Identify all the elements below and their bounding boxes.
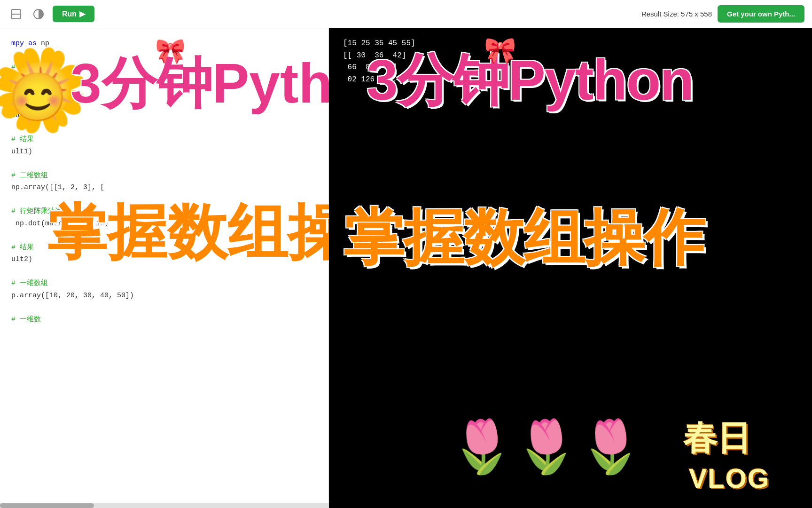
shape-icon[interactable] [8,6,24,23]
run-button[interactable]: Run ▶ [53,6,94,22]
code-line: # 行加 [11,98,317,110]
sub-title: 掌握数组操作 [343,207,812,268]
main-title: 3分钟Python [367,52,812,108]
bow-decoration: 🎀 [484,35,516,67]
run-arrow: ▶ [79,9,85,18]
get-own-button[interactable]: Get your own Pyth... [718,5,804,23]
code-scrollbar[interactable] [0,503,328,508]
tulip-decoration: 🌷🌷🌷 [450,416,643,480]
spring-text: 春日 [683,416,751,461]
sub-title-text: 掌握数组操作 [343,203,704,272]
code-line [11,122,317,134]
code-line: mpy as np [11,38,317,50]
code-line [11,266,317,278]
run-label: Run [62,10,77,18]
code-line: np.ar [11,74,317,86]
code-line: ult2) [11,254,317,266]
code-line [11,158,317,170]
thumbnail-overlay: 3分钟Python 掌握数组操作 🎀 🌷🌷🌷 春日 VLOG [329,28,812,508]
output-panel: [15 25 35 45 55] [[ 30 36 42] 66 81 96] … [329,28,812,508]
code-line: # 一维数 [11,314,317,326]
code-line [11,86,317,98]
code-line: p.array([10, 20, 30, 40, 50]) [11,290,317,302]
code-line: # 结果 [11,242,317,254]
code-line [11,230,317,242]
code-line: # 一维数 [11,62,317,74]
code-line: data [11,110,317,122]
code-panel: mpy as np # 一维数 np.ar # 行加 data # 结果 ult… [0,28,329,508]
vlog-label: VLOG [689,462,770,494]
code-line: # 一维数组 [11,278,317,290]
code-line [11,302,317,314]
code-line: # 结果 [11,134,317,146]
main-content: mpy as np # 一维数 np.ar # 行加 data # 结果 ult… [0,28,812,508]
contrast-icon[interactable] [30,6,47,23]
toolbar: Run ▶ Result Size: 575 x 558 Get your ow… [0,0,812,28]
code-line [11,50,317,62]
code-line: ult1) [11,146,317,158]
scrollbar-thumb[interactable] [0,503,94,508]
code-content: mpy as np # 一维数 np.ar # 行加 data # 结果 ult… [0,28,328,335]
title-text: 3分钟Python [367,48,693,111]
code-line: np.array([[1, 2, 3], [ [11,182,317,194]
code-line: np.dot(matrix, matrix) [11,218,317,230]
code-line: # 行矩阵乘法运算 [11,206,317,218]
code-line [11,194,317,206]
code-line: # 二维数组 [11,170,317,182]
result-size: Result Size: 575 x 558 [641,10,712,18]
